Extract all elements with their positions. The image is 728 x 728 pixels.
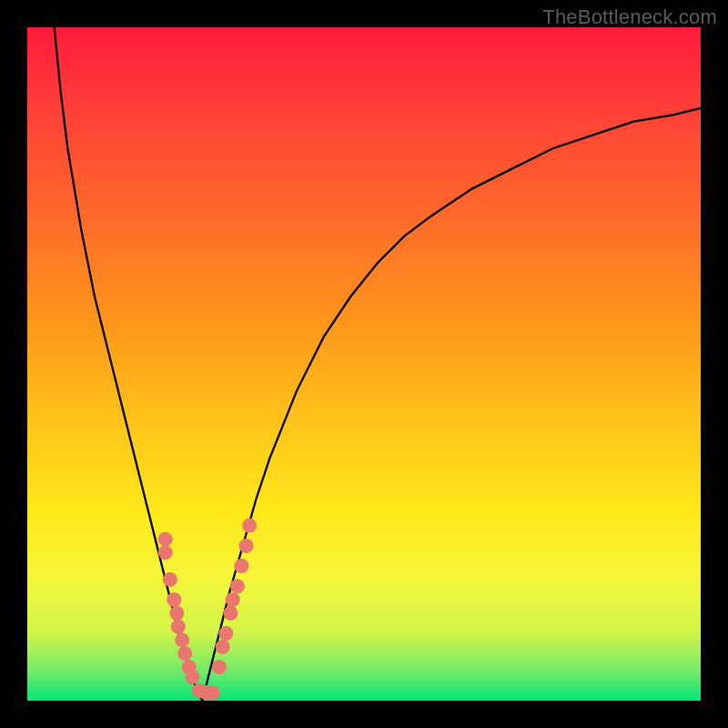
fit-marker [212,660,227,674]
fit-marker [158,531,173,546]
curve-right-curve [202,108,701,701]
fit-marker [167,592,181,607]
fit-marker [239,539,254,553]
fit-markers [158,519,258,701]
fit-marker [226,592,240,607]
fit-marker [175,632,189,647]
chart-frame: TheBottleneck.com [0,0,728,728]
watermark-text: TheBottleneck.com [542,5,717,29]
fit-marker [216,640,230,654]
fit-marker [158,545,173,560]
plot-area [27,27,701,701]
bottleneck-curve [55,27,701,701]
fit-marker [206,685,220,700]
fit-marker [242,519,257,533]
chart-svg [27,27,701,701]
fit-marker [169,606,184,621]
fit-marker [185,670,199,684]
fit-marker [218,626,233,641]
fit-marker [224,606,238,621]
fit-marker [230,579,245,593]
fit-marker [163,572,177,587]
fit-marker [171,620,186,634]
fit-marker [177,646,192,661]
fit-marker [234,559,248,573]
